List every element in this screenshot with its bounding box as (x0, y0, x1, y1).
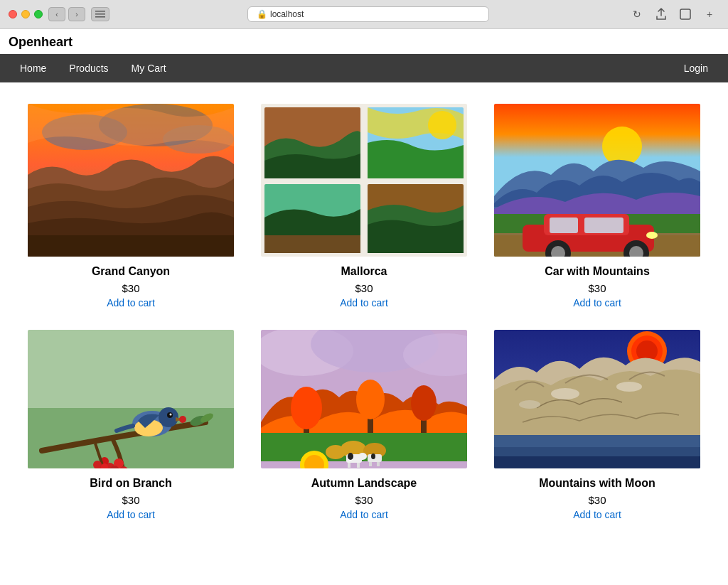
product-image-mallorca (261, 104, 467, 257)
svg-point-29 (646, 232, 658, 239)
add-to-cart-mallorca[interactable]: Add to cart (340, 297, 388, 308)
product-name-car-mountains: Car with Mountains (545, 265, 650, 278)
svg-point-80 (551, 388, 579, 399)
svg-point-70 (371, 453, 375, 459)
svg-point-45 (170, 414, 172, 416)
product-name-bird: Bird on Branch (90, 477, 172, 490)
product-image-car-mountains (494, 104, 700, 257)
address-bar-wrap: 🔒 localhost (115, 6, 621, 22)
product-price-mallorca: $30 (355, 282, 373, 294)
product-image-autumn (261, 330, 467, 468)
product-price-car-mountains: $30 (588, 282, 606, 294)
product-image-bird (28, 330, 234, 468)
browser-titlebar: ‹ › 🔒 localhost ↻ + (0, 0, 728, 28)
product-card-bird: Bird on Branch $30 Add to cart (14, 323, 247, 535)
product-card-mallorca: Mallorca $30 Add to cart (247, 97, 481, 323)
svg-rect-68 (377, 462, 380, 466)
svg-rect-8 (28, 235, 234, 257)
svg-point-82 (519, 400, 540, 409)
svg-rect-14 (264, 235, 360, 253)
svg-rect-23 (550, 218, 578, 233)
svg-rect-63 (348, 463, 350, 468)
svg-rect-0 (95, 11, 105, 12)
product-card-car-mountains: Car with Mountains $30 Add to cart (481, 97, 714, 323)
svg-point-57 (411, 385, 437, 421)
product-name-moon-mountains: Mountains with Moon (539, 477, 655, 490)
products-grid: Grand Canyon $30 Add to cart (0, 82, 728, 549)
nav-home[interactable]: Home (9, 54, 58, 82)
sidebar-toggle[interactable] (91, 7, 109, 21)
svg-rect-2 (95, 16, 105, 18)
nav-products[interactable]: Products (58, 54, 119, 82)
site-title: Openheart (0, 29, 728, 54)
svg-point-65 (358, 453, 367, 460)
maximize-button[interactable] (34, 10, 43, 18)
product-price-autumn: $30 (355, 494, 373, 506)
svg-point-69 (348, 453, 353, 460)
address-bar[interactable]: 🔒 localhost (247, 6, 489, 22)
nav-my-cart[interactable]: My Cart (120, 54, 178, 82)
share-button[interactable] (651, 6, 671, 23)
svg-point-53 (291, 387, 322, 429)
svg-point-43 (179, 416, 186, 423)
product-image-grand-canyon (28, 104, 234, 257)
add-tab-button[interactable] (675, 6, 695, 23)
add-to-cart-moon-mountains[interactable]: Add to cart (573, 509, 621, 520)
svg-rect-67 (369, 462, 372, 466)
svg-point-81 (616, 382, 642, 392)
product-card-grand-canyon: Grand Canyon $30 Add to cart (14, 97, 247, 323)
add-to-cart-autumn[interactable]: Add to cart (340, 509, 388, 520)
browser-toolbar-actions: ↻ + (627, 6, 719, 23)
add-to-cart-car-mountains[interactable]: Add to cart (573, 297, 621, 308)
product-price-grand-canyon: $30 (122, 282, 139, 294)
product-name-autumn: Autumn Landscape (311, 477, 417, 490)
product-price-bird: $30 (122, 494, 139, 506)
traffic-lights (9, 10, 43, 18)
product-price-moon-mountains: $30 (588, 494, 606, 506)
back-button[interactable]: ‹ (48, 7, 65, 21)
new-tab-button[interactable]: + (700, 6, 719, 23)
product-name-mallorca: Mallorca (341, 265, 387, 278)
svg-rect-3 (680, 9, 690, 19)
url-text: localhost (270, 9, 304, 19)
browser-chrome: ‹ › 🔒 localhost ↻ + (0, 0, 728, 29)
forward-button[interactable]: › (68, 7, 85, 21)
lock-icon: 🔒 (257, 9, 267, 19)
reload-button[interactable]: ↻ (627, 6, 647, 23)
product-name-grand-canyon: Grand Canyon (92, 265, 170, 278)
product-image-moon-mountains (494, 330, 700, 468)
svg-point-12 (428, 111, 456, 139)
add-to-cart-bird[interactable]: Add to cart (107, 509, 155, 520)
svg-point-61 (326, 445, 346, 459)
minimize-button[interactable] (21, 10, 30, 18)
svg-rect-1 (95, 14, 105, 15)
nav-buttons: ‹ › (48, 7, 85, 21)
svg-rect-24 (584, 218, 623, 233)
nav-login[interactable]: Login (673, 54, 719, 82)
add-to-cart-grand-canyon[interactable]: Add to cart (107, 297, 155, 308)
svg-rect-64 (357, 463, 360, 468)
navbar: Home Products My Cart Login (0, 54, 728, 82)
product-card-autumn: Autumn Landscape $30 Add to cart (247, 323, 481, 535)
svg-rect-79 (494, 456, 700, 468)
product-card-moon-mountains: Mountains with Moon $30 Add to cart (481, 323, 714, 535)
svg-point-55 (356, 380, 385, 419)
close-button[interactable] (9, 10, 17, 18)
